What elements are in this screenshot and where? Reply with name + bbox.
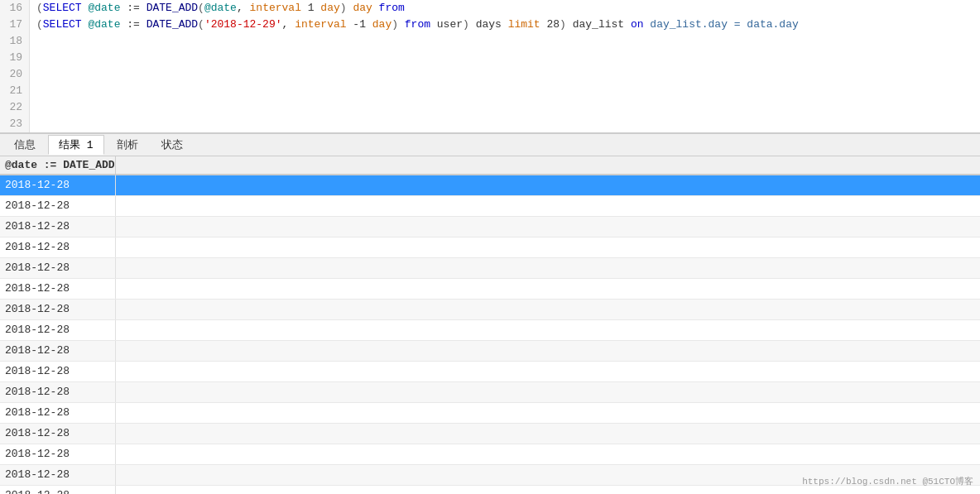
code-line: 22 <box>0 99 980 116</box>
tab-bar: 信息结果 1剖析状态 <box>0 133 980 156</box>
table-cell: 2018-12-28 <box>0 217 116 237</box>
code-line: 23 <box>0 116 980 132</box>
table-row[interactable]: 2018-12-28 <box>0 403 980 424</box>
code-line: 18 <box>0 33 980 50</box>
table-row[interactable]: 2018-12-28 <box>0 382 980 403</box>
table-cell: 2018-12-28 <box>0 382 116 402</box>
table-cell: 2018-12-28 <box>0 320 116 340</box>
line-number: 16 <box>0 0 30 17</box>
table-row[interactable]: 2018-12-28 <box>0 320 980 341</box>
line-number: 21 <box>0 83 30 99</box>
table-row[interactable]: 2018-12-28 <box>0 465 980 486</box>
tab-状态[interactable]: 状态 <box>151 135 194 155</box>
line-content: (SELECT @date := DATE_ADD(@date, interva… <box>30 0 980 17</box>
table-cell: 2018-12-28 <box>0 300 116 319</box>
table-cell: 2018-12-28 <box>0 258 116 278</box>
table-cell: 2018-12-28 <box>0 341 116 361</box>
table-row[interactable]: 2018-12-28 <box>0 444 980 465</box>
table-row[interactable]: 2018-12-28 <box>0 341 980 362</box>
code-editor[interactable]: 16(SELECT @date := DATE_ADD(@date, inter… <box>0 0 980 133</box>
line-content <box>30 50 980 66</box>
table-row[interactable]: 2018-12-28 <box>0 279 980 300</box>
table-cell: 2018-12-28 <box>0 465 116 485</box>
table-cell: 2018-12-28 <box>0 279 116 299</box>
code-line: 21 <box>0 83 980 99</box>
table-row[interactable]: 2018-12-28 <box>0 258 980 279</box>
table-row[interactable]: 2018-12-28 <box>0 217 980 237</box>
table-cell: 2018-12-28 <box>0 486 116 494</box>
tab-结果 1[interactable]: 结果 1 <box>48 135 104 155</box>
table-row[interactable]: 2018-12-28 <box>0 300 980 320</box>
tab-剖析[interactable]: 剖析 <box>106 135 149 155</box>
line-number: 19 <box>0 50 30 66</box>
line-content <box>30 33 980 50</box>
line-number: 20 <box>0 66 30 83</box>
table-row[interactable]: 2018-12-28 <box>0 486 980 494</box>
code-line: 16(SELECT @date := DATE_ADD(@date, inter… <box>0 0 980 17</box>
results-table[interactable]: @date := DATE_ADD('201 2018-12-282018-12… <box>0 156 980 494</box>
table-cell: 2018-12-28 <box>0 175 116 195</box>
line-content <box>30 83 980 99</box>
line-content <box>30 99 980 116</box>
table-cell: 2018-12-28 <box>0 237 116 257</box>
table-row[interactable]: 2018-12-28 <box>0 424 980 444</box>
table-cell: 2018-12-28 <box>0 403 116 423</box>
table-row[interactable]: 2018-12-28 <box>0 175 980 196</box>
line-number: 17 <box>0 17 30 33</box>
line-content <box>30 116 980 132</box>
results-area: @date := DATE_ADD('201 2018-12-282018-12… <box>0 156 980 494</box>
table-cell: 2018-12-28 <box>0 424 116 444</box>
code-line: 17(SELECT @date := DATE_ADD('2018-12-29'… <box>0 17 980 33</box>
column-header: @date := DATE_ADD('201 <box>0 156 116 174</box>
line-number: 22 <box>0 99 30 116</box>
table-cell: 2018-12-28 <box>0 196 116 216</box>
table-cell: 2018-12-28 <box>0 362 116 381</box>
tab-信息[interactable]: 信息 <box>3 135 46 155</box>
line-number: 23 <box>0 116 30 132</box>
table-header: @date := DATE_ADD('201 <box>0 156 980 175</box>
code-line: 19 <box>0 50 980 66</box>
line-content <box>30 66 980 83</box>
line-number: 18 <box>0 33 30 50</box>
table-row[interactable]: 2018-12-28 <box>0 196 980 217</box>
table-row[interactable]: 2018-12-28 <box>0 237 980 258</box>
line-content: (SELECT @date := DATE_ADD('2018-12-29', … <box>30 17 980 33</box>
table-row[interactable]: 2018-12-28 <box>0 362 980 382</box>
code-lines: 16(SELECT @date := DATE_ADD(@date, inter… <box>0 0 980 132</box>
table-cell: 2018-12-28 <box>0 444 116 464</box>
code-line: 20 <box>0 66 980 83</box>
